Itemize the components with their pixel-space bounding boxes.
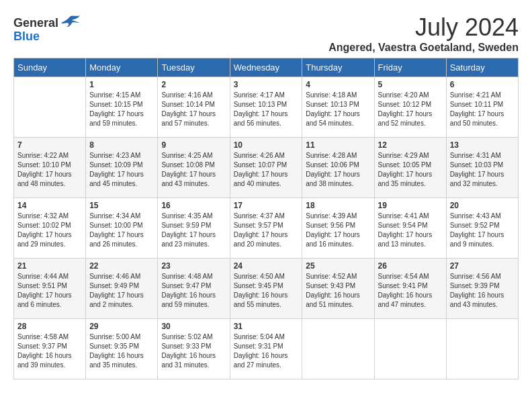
day-info: Sunrise: 4:25 AM Sunset: 10:08 PM Daylig… (161, 151, 226, 189)
logo: General Blue (13, 13, 81, 44)
calendar-cell-w4-d1: 21Sunrise: 4:44 AM Sunset: 9:51 PM Dayli… (14, 259, 86, 319)
day-info: Sunrise: 4:26 AM Sunset: 10:07 PM Daylig… (234, 151, 299, 189)
calendar-cell-w2-d7: 13Sunrise: 4:31 AM Sunset: 10:03 PM Dayl… (446, 138, 518, 198)
day-number: 28 (17, 322, 82, 331)
day-info: Sunrise: 4:39 AM Sunset: 9:56 PM Dayligh… (306, 212, 370, 249)
calendar-cell-w1-d4: 3Sunrise: 4:17 AM Sunset: 10:13 PM Dayli… (230, 77, 302, 138)
day-number: 8 (89, 140, 154, 150)
day-info: Sunrise: 4:23 AM Sunset: 10:09 PM Daylig… (89, 151, 154, 189)
day-number: 11 (306, 140, 370, 150)
calendar-cell-w5-d3: 30Sunrise: 5:02 AM Sunset: 9:33 PM Dayli… (158, 319, 230, 379)
calendar-cell-w5-d1: 28Sunrise: 4:58 AM Sunset: 9:37 PM Dayli… (14, 319, 86, 379)
calendar-cell-w1-d7: 6Sunrise: 4:21 AM Sunset: 10:11 PM Dayli… (446, 77, 518, 138)
day-number: 14 (17, 201, 82, 210)
day-number: 3 (234, 80, 299, 89)
calendar-cell-w1-d6: 5Sunrise: 4:20 AM Sunset: 10:12 PM Dayli… (374, 77, 446, 138)
day-info: Sunrise: 4:16 AM Sunset: 10:14 PM Daylig… (161, 91, 226, 128)
calendar-cell-w5-d4: 31Sunrise: 5:04 AM Sunset: 9:31 PM Dayli… (230, 319, 302, 379)
location-subtitle: Angered, Vaestra Goetaland, Sweden (328, 42, 519, 54)
day-info: Sunrise: 4:15 AM Sunset: 10:15 PM Daylig… (89, 91, 154, 128)
calendar-cell-w4-d5: 25Sunrise: 4:52 AM Sunset: 9:43 PM Dayli… (302, 259, 374, 319)
day-info: Sunrise: 4:52 AM Sunset: 9:43 PM Dayligh… (306, 272, 370, 310)
calendar-cell-w4-d3: 23Sunrise: 4:48 AM Sunset: 9:47 PM Dayli… (158, 259, 230, 319)
day-number: 5 (378, 80, 443, 89)
day-info: Sunrise: 4:34 AM Sunset: 10:00 PM Daylig… (89, 212, 154, 249)
calendar-cell-w3-d4: 17Sunrise: 4:37 AM Sunset: 9:57 PM Dayli… (230, 198, 302, 259)
calendar-cell-w2-d4: 10Sunrise: 4:26 AM Sunset: 10:07 PM Dayl… (230, 138, 302, 198)
month-year-title: July 2024 (328, 13, 519, 42)
calendar-cell-w3-d7: 20Sunrise: 4:43 AM Sunset: 9:52 PM Dayli… (446, 198, 518, 259)
day-info: Sunrise: 4:20 AM Sunset: 10:12 PM Daylig… (378, 91, 443, 128)
day-info: Sunrise: 4:50 AM Sunset: 9:45 PM Dayligh… (234, 272, 299, 310)
logo-bird-icon (60, 13, 81, 32)
day-number: 10 (234, 140, 299, 150)
day-info: Sunrise: 4:54 AM Sunset: 9:41 PM Dayligh… (378, 272, 443, 310)
title-section: July 2024 Angered, Vaestra Goetaland, Sw… (328, 13, 519, 54)
day-info: Sunrise: 4:29 AM Sunset: 10:05 PM Daylig… (378, 151, 443, 189)
day-number: 20 (450, 201, 515, 210)
logo-general-text: General (13, 16, 58, 30)
day-number: 4 (306, 80, 370, 89)
calendar-cell-w1-d3: 2Sunrise: 4:16 AM Sunset: 10:14 PM Dayli… (158, 77, 230, 138)
col-monday: Monday (86, 58, 158, 77)
day-info: Sunrise: 4:37 AM Sunset: 9:57 PM Dayligh… (234, 212, 299, 249)
day-info: Sunrise: 5:02 AM Sunset: 9:33 PM Dayligh… (161, 332, 226, 370)
day-number: 21 (17, 261, 82, 271)
calendar-cell-w4-d4: 24Sunrise: 4:50 AM Sunset: 9:45 PM Dayli… (230, 259, 302, 319)
week-row-2: 7Sunrise: 4:22 AM Sunset: 10:10 PM Dayli… (14, 138, 519, 198)
day-number: 19 (378, 201, 443, 210)
logo-blue-text: Blue (13, 30, 40, 44)
day-number: 27 (450, 261, 515, 271)
day-number: 9 (161, 140, 226, 150)
day-info: Sunrise: 5:04 AM Sunset: 9:31 PM Dayligh… (234, 332, 299, 370)
day-info: Sunrise: 4:35 AM Sunset: 9:59 PM Dayligh… (161, 212, 226, 249)
day-info: Sunrise: 4:28 AM Sunset: 10:06 PM Daylig… (306, 151, 370, 189)
calendar-cell-w3-d2: 15Sunrise: 4:34 AM Sunset: 10:00 PM Dayl… (86, 198, 158, 259)
day-number: 15 (89, 201, 154, 210)
calendar-cell-w2-d3: 9Sunrise: 4:25 AM Sunset: 10:08 PM Dayli… (158, 138, 230, 198)
day-info: Sunrise: 4:21 AM Sunset: 10:11 PM Daylig… (450, 91, 515, 128)
day-info: Sunrise: 4:18 AM Sunset: 10:13 PM Daylig… (306, 91, 370, 128)
day-info: Sunrise: 4:17 AM Sunset: 10:13 PM Daylig… (234, 91, 299, 128)
day-number: 1 (89, 80, 154, 89)
day-info: Sunrise: 4:48 AM Sunset: 9:47 PM Dayligh… (161, 272, 226, 310)
day-number: 2 (161, 80, 226, 89)
day-info: Sunrise: 4:32 AM Sunset: 10:02 PM Daylig… (17, 212, 82, 249)
day-number: 7 (17, 140, 82, 150)
calendar-cell-w5-d5 (302, 319, 374, 379)
day-info: Sunrise: 4:41 AM Sunset: 9:54 PM Dayligh… (378, 212, 443, 249)
day-number: 26 (378, 261, 443, 271)
day-number: 29 (89, 322, 154, 331)
day-info: Sunrise: 5:00 AM Sunset: 9:35 PM Dayligh… (89, 332, 154, 370)
day-info: Sunrise: 4:58 AM Sunset: 9:37 PM Dayligh… (17, 332, 82, 370)
week-row-5: 28Sunrise: 4:58 AM Sunset: 9:37 PM Dayli… (14, 319, 519, 379)
day-number: 24 (234, 261, 299, 271)
calendar-cell-w4-d6: 26Sunrise: 4:54 AM Sunset: 9:41 PM Dayli… (374, 259, 446, 319)
calendar-header-row: Sunday Monday Tuesday Wednesday Thursday… (14, 58, 519, 77)
calendar-cell-w5-d2: 29Sunrise: 5:00 AM Sunset: 9:35 PM Dayli… (86, 319, 158, 379)
col-sunday: Sunday (14, 58, 86, 77)
calendar-cell-w1-d5: 4Sunrise: 4:18 AM Sunset: 10:13 PM Dayli… (302, 77, 374, 138)
day-info: Sunrise: 4:22 AM Sunset: 10:10 PM Daylig… (17, 151, 82, 189)
calendar-cell-w5-d6 (374, 319, 446, 379)
day-number: 16 (161, 201, 226, 210)
day-info: Sunrise: 4:31 AM Sunset: 10:03 PM Daylig… (450, 151, 515, 189)
day-info: Sunrise: 4:43 AM Sunset: 9:52 PM Dayligh… (450, 212, 515, 249)
day-number: 25 (306, 261, 370, 271)
calendar-cell-w2-d1: 7Sunrise: 4:22 AM Sunset: 10:10 PM Dayli… (14, 138, 86, 198)
day-number: 18 (306, 201, 370, 210)
calendar-cell-w3-d1: 14Sunrise: 4:32 AM Sunset: 10:02 PM Dayl… (14, 198, 86, 259)
calendar-table: Sunday Monday Tuesday Wednesday Thursday… (13, 58, 519, 379)
col-thursday: Thursday (302, 58, 374, 77)
calendar-cell-w3-d3: 16Sunrise: 4:35 AM Sunset: 9:59 PM Dayli… (158, 198, 230, 259)
day-number: 6 (450, 80, 515, 89)
calendar-cell-w4-d7: 27Sunrise: 4:56 AM Sunset: 9:39 PM Dayli… (446, 259, 518, 319)
week-row-4: 21Sunrise: 4:44 AM Sunset: 9:51 PM Dayli… (14, 259, 519, 319)
header: General Blue July 2024 Angered, Vaestra … (13, 13, 519, 54)
day-number: 12 (378, 140, 443, 150)
day-number: 13 (450, 140, 515, 150)
calendar-cell-w2-d5: 11Sunrise: 4:28 AM Sunset: 10:06 PM Dayl… (302, 138, 374, 198)
col-wednesday: Wednesday (230, 58, 302, 77)
calendar-cell-w1-d2: 1Sunrise: 4:15 AM Sunset: 10:15 PM Dayli… (86, 77, 158, 138)
col-tuesday: Tuesday (158, 58, 230, 77)
